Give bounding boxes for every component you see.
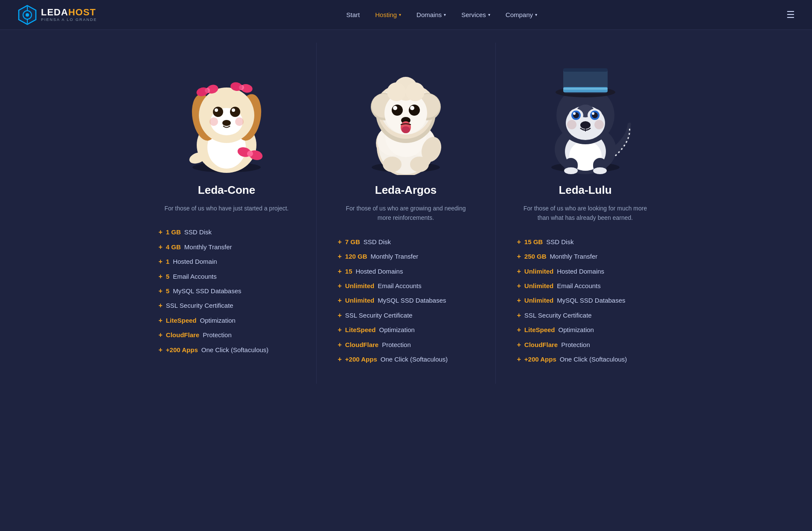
svg-point-54: [392, 105, 403, 116]
services-caret-icon: ▾: [488, 12, 490, 17]
svg-point-17: [210, 117, 218, 126]
feature-item: +SSL Security Certificate: [517, 308, 654, 323]
plus-icon: +: [159, 316, 163, 325]
feature-item: ++200 AppsOne Click (Softaculous): [338, 352, 474, 367]
svg-point-62: [387, 82, 406, 101]
plan-card-argos: Leda-Argos For those of us who are growi…: [317, 43, 496, 384]
plus-icon: +: [159, 228, 163, 237]
plus-icon: +: [159, 242, 163, 252]
plus-icon: +: [159, 272, 163, 281]
nav-item-domains[interactable]: Domains ▾: [416, 11, 446, 18]
feature-item: +CloudFlareProtection: [517, 338, 654, 352]
svg-rect-97: [563, 88, 608, 90]
plan-name-lulu: Leda-Lulu: [559, 184, 611, 197]
svg-point-92: [594, 120, 604, 129]
plus-icon: +: [517, 325, 521, 335]
feature-item: +UnlimitedEmail Accounts: [338, 279, 474, 293]
plus-icon: +: [338, 340, 342, 350]
logo-host: HOST: [68, 7, 96, 18]
hosting-caret-icon: ▾: [399, 12, 401, 17]
feature-item: +5Email Accounts: [159, 269, 295, 284]
features-argos: +7 GBSSD Disk +120 GBMonthly Transfer +1…: [334, 235, 478, 367]
feature-item: +1 GBSSD Disk: [159, 225, 295, 239]
nav-links: Start Hosting ▾ Domains ▾ Services ▾ Com…: [346, 11, 537, 18]
plus-icon: +: [338, 311, 342, 320]
nav-link-domains[interactable]: Domains ▾: [416, 11, 446, 18]
logo-subtitle: PIENSA A LO GRANDE: [41, 18, 97, 22]
plan-card-cone: Leda-Cone For those of us who have just …: [137, 43, 317, 384]
feature-item: +UnlimitedHosted Domains: [517, 264, 654, 279]
plus-icon: +: [159, 330, 163, 340]
mascot-argos: [346, 55, 466, 175]
nav-item-company[interactable]: Company ▾: [506, 11, 537, 18]
domains-caret-icon: ▾: [444, 12, 446, 17]
plus-icon: +: [159, 286, 163, 296]
plus-icon: +: [517, 267, 521, 276]
main-nav: LEDAHOST PIENSA A LO GRANDE Start Hostin…: [0, 0, 812, 30]
nav-link-company[interactable]: Company ▾: [506, 11, 537, 18]
logo-leda: LEDA: [41, 7, 68, 18]
plus-icon: +: [338, 237, 342, 247]
feature-item: +LiteSpeedOptimization: [517, 323, 654, 337]
feature-item: +CloudFlareProtection: [338, 338, 474, 352]
svg-point-71: [564, 167, 578, 174]
mascot-cone: [167, 55, 286, 175]
plus-icon: +: [338, 325, 342, 335]
nav-item-services[interactable]: Services ▾: [461, 11, 490, 18]
plus-icon: +: [517, 355, 521, 364]
plus-icon: +: [159, 301, 163, 310]
hamburger-menu-icon[interactable]: ☰: [786, 9, 795, 20]
mascot-lulu: [526, 55, 645, 175]
feature-item: +UnlimitedEmail Accounts: [517, 279, 654, 293]
plan-name-cone: Leda-Cone: [198, 184, 255, 197]
feature-item: ++200 AppsOne Click (Softaculous): [517, 352, 654, 367]
plus-icon: +: [517, 311, 521, 320]
feature-item: +120 GBMonthly Transfer: [338, 249, 474, 264]
nav-link-hosting[interactable]: Hosting ▾: [375, 11, 401, 18]
svg-point-40: [383, 157, 402, 172]
svg-point-88: [573, 112, 576, 115]
svg-point-55: [409, 105, 420, 116]
plan-card-lulu: Leda-Lulu For those of us who are lookin…: [496, 43, 675, 384]
feature-item: +LiteSpeedOptimization: [159, 313, 295, 328]
plus-icon: +: [338, 281, 342, 291]
plus-icon: +: [517, 237, 521, 247]
svg-point-18: [235, 117, 244, 126]
nav-link-services[interactable]: Services ▾: [461, 11, 490, 18]
svg-point-72: [593, 167, 607, 174]
feature-item: +250 GBMonthly Transfer: [517, 249, 654, 264]
svg-point-13: [230, 107, 240, 117]
svg-point-56: [393, 106, 397, 110]
svg-point-57: [410, 106, 414, 110]
svg-point-14: [215, 108, 218, 112]
plus-icon: +: [338, 267, 342, 276]
logo[interactable]: LEDAHOST PIENSA A LO GRANDE: [17, 5, 97, 25]
feature-item: +15Hosted Domains: [338, 264, 474, 279]
plus-icon: +: [517, 281, 521, 291]
plus-icon: +: [338, 355, 342, 364]
plus-icon: +: [517, 296, 521, 305]
plan-name-argos: Leda-Argos: [375, 184, 437, 197]
svg-point-12: [213, 107, 223, 117]
svg-point-90: [580, 121, 591, 129]
svg-point-91: [567, 120, 576, 129]
nav-item-start[interactable]: Start: [346, 11, 360, 18]
plan-desc-lulu: For those of us who are looking for much…: [521, 204, 649, 223]
features-cone: +1 GBSSD Disk +4 GBMonthly Transfer +1Ho…: [154, 225, 299, 357]
plans-grid: Leda-Cone For those of us who have just …: [137, 43, 675, 384]
feature-item: +UnlimitedMySQL SSD Databases: [338, 293, 474, 308]
svg-point-63: [406, 82, 425, 101]
plus-icon: +: [517, 252, 521, 261]
nav-link-start[interactable]: Start: [346, 11, 360, 18]
svg-point-16: [222, 120, 231, 126]
feature-item: +UnlimitedMySQL SSD Databases: [517, 293, 654, 308]
main-content: Leda-Cone For those of us who have just …: [129, 30, 684, 409]
plan-desc-argos: For those of us who are growing and need…: [342, 204, 470, 223]
svg-point-15: [232, 108, 235, 112]
feature-item: +4 GBMonthly Transfer: [159, 240, 295, 254]
feature-item: +5MySQL SSD Databases: [159, 284, 295, 298]
feature-item: +15 GBSSD Disk: [517, 235, 654, 249]
plus-icon: +: [338, 296, 342, 305]
svg-point-89: [592, 112, 594, 115]
nav-item-hosting[interactable]: Hosting ▾: [375, 11, 401, 18]
